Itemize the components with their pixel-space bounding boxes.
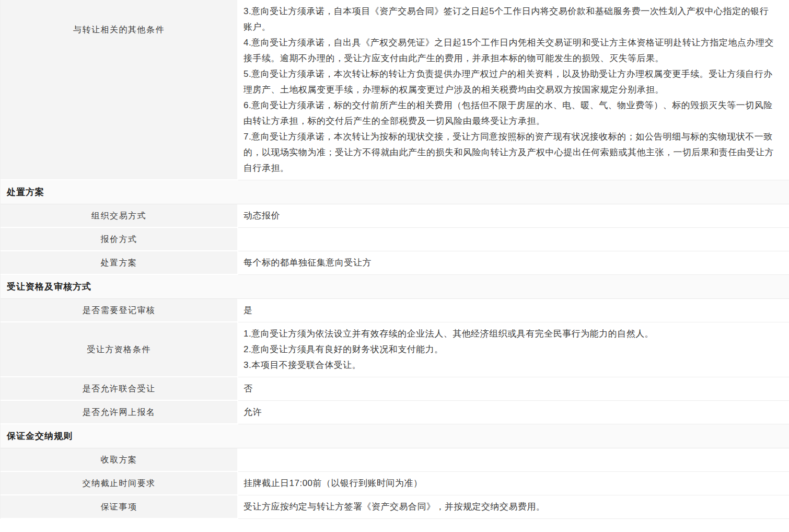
row-value: 否	[238, 377, 789, 401]
section-title: 处置方案	[7, 186, 44, 198]
row-value: 每个标的都单独征集意向受让方	[238, 251, 789, 275]
table-row-transferee-qualification: 受让方资格条件 1.意向受让方须为依法设立并有效存续的企业法人、其他经济组织或具…	[1, 322, 789, 377]
table-row-online-signup: 是否允许网上报名 允许	[1, 401, 789, 424]
row-value: 受让方应按约定与转让方签署《资产交易合同》，并按规定交纳交易费用。	[238, 495, 789, 519]
condition-paragraph: 7.意向受让方须承诺，本次转让为按标的现状交接，受让方同意按照标的资产现有状况接…	[243, 129, 774, 176]
row-label: 受让方资格条件	[1, 322, 238, 377]
listing-detail-table: 与转让相关的其他条件 3.意向受让方须承诺，自本项目《资产交易合同》签订之日起5…	[0, 0, 789, 519]
table-row-collection-plan: 收取方案	[1, 448, 789, 472]
row-label: 处置方案	[1, 251, 238, 275]
section-title: 受让资格及审核方式	[7, 281, 91, 293]
table-row-payment-deadline: 交纳截止时间要求 挂牌截止日17:00前（以银行到账时间为准）	[1, 472, 789, 495]
row-value: 允许	[238, 401, 789, 424]
table-row-guarantee-items: 保证事项 受让方应按约定与转让方签署《资产交易合同》，并按规定交纳交易费用。	[1, 495, 789, 519]
row-label: 是否允许网上报名	[1, 401, 238, 424]
table-row-quote-method: 报价方式	[1, 228, 789, 251]
row-value: 动态报价	[238, 204, 789, 228]
table-row-trade-method: 组织交易方式 动态报价	[1, 204, 789, 228]
row-label: 与转让相关的其他条件	[1, 0, 238, 180]
qualification-paragraph: 3.本项目不接受联合体受让。	[243, 357, 774, 373]
row-value	[238, 448, 789, 472]
section-header-disposal: 处置方案	[1, 180, 789, 204]
row-label: 报价方式	[1, 228, 238, 251]
condition-paragraph: 3.意向受让方须承诺，自本项目《资产交易合同》签订之日起5个工作日内将交易价款和…	[243, 4, 774, 35]
table-row-registration-review: 是否需要登记审核 是	[1, 299, 789, 322]
row-label: 是否允许联合受让	[1, 377, 238, 401]
qualification-paragraph: 2.意向受让方须具有良好的财务状况和支付能力。	[243, 342, 774, 357]
table-row-joint-transfer: 是否允许联合受让 否	[1, 377, 789, 401]
table-row-disposal-plan: 处置方案 每个标的都单独征集意向受让方	[1, 251, 789, 275]
row-value: 是	[238, 299, 789, 322]
condition-paragraph: 4.意向受让方须承诺，自出具《产权交易凭证》之日起15个工作日内凭相关交易证明和…	[243, 35, 774, 66]
qualification-paragraph: 1.意向受让方须为依法设立并有效存续的企业法人、其他经济组织或具有完全民事行为能…	[243, 326, 774, 342]
section-header-deposit: 保证金交纳规则	[1, 424, 789, 448]
row-label: 组织交易方式	[1, 204, 238, 228]
row-label: 交纳截止时间要求	[1, 472, 238, 495]
row-label: 保证事项	[1, 495, 238, 519]
section-title: 保证金交纳规则	[7, 430, 73, 442]
row-label: 是否需要登记审核	[1, 299, 238, 322]
row-value	[238, 228, 789, 251]
row-value: 3.意向受让方须承诺，自本项目《资产交易合同》签订之日起5个工作日内将交易价款和…	[238, 0, 789, 180]
row-value: 挂牌截止日17:00前（以银行到账时间为准）	[238, 472, 789, 495]
table-row-other-conditions: 与转让相关的其他条件 3.意向受让方须承诺，自本项目《资产交易合同》签订之日起5…	[1, 0, 789, 180]
condition-paragraph: 5.意向受让方须承诺，本次转让标的转让方负责提供办理产权过户的相关资料，以及协助…	[243, 66, 774, 98]
section-header-qualification: 受让资格及审核方式	[1, 275, 789, 299]
row-value: 1.意向受让方须为依法设立并有效存续的企业法人、其他经济组织或具有完全民事行为能…	[238, 322, 789, 377]
row-label: 收取方案	[1, 448, 238, 472]
condition-paragraph: 6.意向受让方须承诺，标的交付前所产生的相关费用（包括但不限于房屋的水、电、暖、…	[243, 98, 774, 129]
